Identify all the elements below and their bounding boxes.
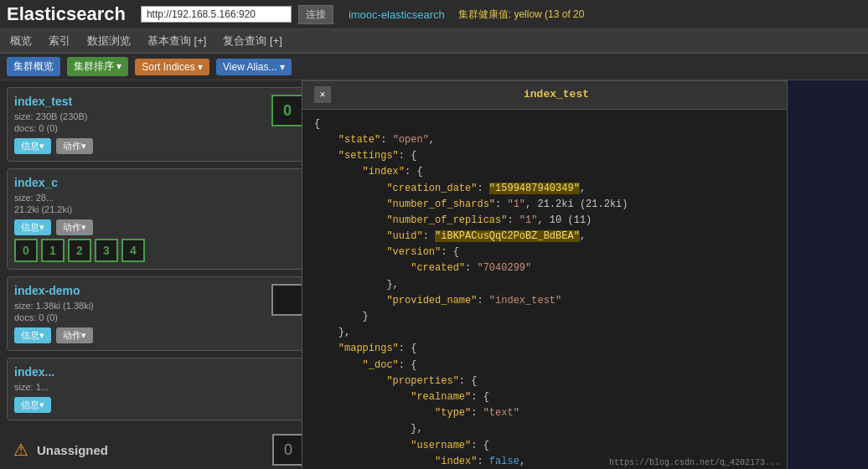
footer-link: https://blog.csdn.net/q_4202173... xyxy=(609,456,780,469)
shard-2: 2 xyxy=(68,239,91,262)
index-demo-title: index-demo xyxy=(14,284,94,297)
app-title: Elasticsearch xyxy=(7,3,126,25)
index-panel: index_test size: 230B (230B) docs: 0 (0)… xyxy=(0,80,318,469)
unassigned-count: 0 xyxy=(272,434,304,466)
index-test-shard-count: 0 xyxy=(271,95,303,126)
index-c-size: size: 28... xyxy=(14,193,93,203)
extra-index-card: index... size: 1... 信息▾ xyxy=(7,358,311,420)
sort-cluster-button[interactable]: 集群排序 ▾ xyxy=(67,57,128,76)
shard-3: 3 xyxy=(95,239,118,262)
tab-overview[interactable]: 概览 xyxy=(7,32,35,50)
action-bar: 集群概览 集群排序 ▾ Sort Indices ▾ View Alias...… xyxy=(0,54,868,80)
shard-0: 0 xyxy=(14,239,38,262)
tab-basic-query[interactable]: 基本查询 [+] xyxy=(144,32,209,50)
warning-icon: ⚠ xyxy=(13,440,28,460)
tab-browse[interactable]: 数据浏览 xyxy=(84,32,134,50)
index-test-size: size: 230B (230B) xyxy=(14,111,93,121)
unassigned-label: Unassigned xyxy=(37,443,108,457)
index-c-docs: 21.2ki (21.2ki) xyxy=(14,204,93,214)
cluster-name: imooc-elasticsearch xyxy=(349,8,445,21)
json-content: { "state": "open", "settings": { "index"… xyxy=(314,116,775,469)
unassigned-section: ⚠ Unassigned 0 xyxy=(7,427,311,469)
index-test-action-btn[interactable]: 动作▾ xyxy=(56,138,93,154)
url-input[interactable] xyxy=(141,6,292,23)
index-demo-card: index-demo size: 1.38ki (1.38ki) docs: 0… xyxy=(7,276,311,351)
shard-4: 4 xyxy=(121,239,145,262)
index-c-card: index_c size: 28... 21.2ki (21.2ki) 信息▾ … xyxy=(7,168,311,270)
top-bar: Elasticsearch 连接 imooc-elasticsearch 集群健… xyxy=(0,0,868,29)
overlay-titlebar: × index_test xyxy=(302,81,787,110)
index-demo-shard-count xyxy=(271,284,303,316)
sort-indices-button[interactable]: Sort Indices ▾ xyxy=(135,59,209,75)
overlay-title: index_test xyxy=(524,86,589,104)
index-test-card: index_test size: 230B (230B) docs: 0 (0)… xyxy=(7,87,311,162)
nav-tabs: 概览 索引 数据浏览 基本查询 [+] 复合查询 [+] xyxy=(0,29,868,54)
connect-button[interactable]: 连接 xyxy=(298,5,333,24)
index-c-title: index_c xyxy=(14,176,93,189)
index-demo-size: size: 1.38ki (1.38ki) xyxy=(14,301,94,311)
extra-index-title: index... xyxy=(14,365,303,379)
index-c-action-btn[interactable]: 动作▾ xyxy=(56,219,93,235)
index-demo-docs: docs: 0 (0) xyxy=(14,312,94,322)
index-test-docs: docs: 0 (0) xyxy=(14,123,93,133)
index-c-shards: 0 1 2 3 4 xyxy=(14,239,303,262)
shard-1: 1 xyxy=(41,239,65,262)
index-test-info-btn[interactable]: 信息▾ xyxy=(14,138,51,154)
close-button[interactable]: × xyxy=(314,86,331,103)
tab-index[interactable]: 索引 xyxy=(45,32,74,50)
index-test-title: index_test xyxy=(14,95,93,108)
index-demo-action-btn[interactable]: 动作▾ xyxy=(56,327,93,343)
main-content: index_test size: 230B (230B) docs: 0 (0)… xyxy=(0,80,868,469)
cluster-health: 集群健康值: yellow (13 of 20 xyxy=(458,8,585,22)
index-c-info-btn[interactable]: 信息▾ xyxy=(14,219,51,235)
cluster-overview-button[interactable]: 集群概览 xyxy=(7,57,60,76)
index-demo-info-btn[interactable]: 信息▾ xyxy=(14,327,51,343)
tab-complex-query[interactable]: 复合查询 [+] xyxy=(220,32,285,50)
json-overlay[interactable]: × index_test { "state": "open", "setting… xyxy=(302,80,788,469)
extra-index-info-btn[interactable]: 信息▾ xyxy=(14,397,51,413)
view-aliases-button[interactable]: View Alias... ▾ xyxy=(216,59,292,75)
extra-index-size: size: 1... xyxy=(14,382,303,392)
